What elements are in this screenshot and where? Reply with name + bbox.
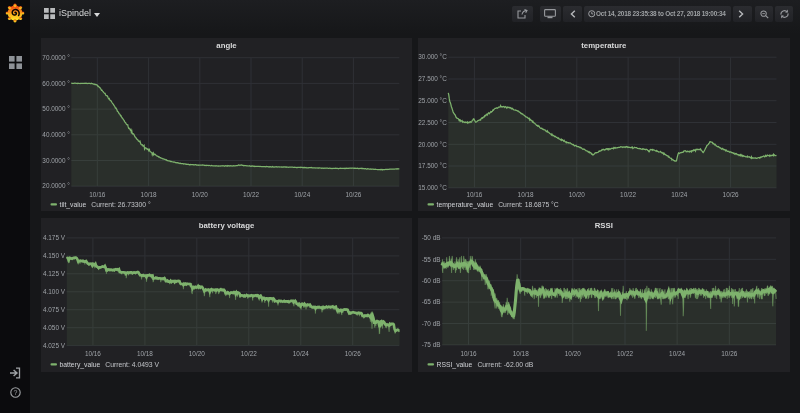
svg-text:-60 dB: -60 dB — [422, 277, 441, 284]
svg-text:10/26: 10/26 — [723, 191, 739, 198]
svg-text:4.075 V: 4.075 V — [43, 306, 66, 313]
svg-text:10/18: 10/18 — [137, 350, 153, 357]
svg-text:battery_valueCurrent: 4.0493 V: battery_valueCurrent: 4.0493 V — [60, 361, 160, 369]
svg-text:4.025 V: 4.025 V — [43, 342, 66, 349]
svg-text:-75 dB: -75 dB — [422, 341, 441, 348]
svg-text:50.0000 °: 50.0000 ° — [42, 105, 70, 112]
svg-text:10/16: 10/16 — [466, 191, 482, 198]
svg-text:battery voltage: battery voltage — [199, 221, 255, 230]
svg-text:-50 dB: -50 dB — [422, 234, 441, 241]
svg-text:10/22: 10/22 — [620, 191, 636, 198]
svg-text:10/16: 10/16 — [85, 350, 101, 357]
svg-text:4.125 V: 4.125 V — [43, 270, 66, 277]
svg-text:20.0000 °: 20.0000 ° — [42, 182, 70, 189]
svg-text:10/20: 10/20 — [192, 191, 208, 198]
svg-text:RSSI_valueCurrent: -62.00 dB: RSSI_valueCurrent: -62.00 dB — [437, 361, 534, 369]
svg-text:10/26: 10/26 — [721, 350, 737, 357]
svg-text:tilt_valueCurrent: 26.73300 °: tilt_valueCurrent: 26.73300 ° — [60, 201, 152, 209]
svg-text:angle: angle — [216, 41, 237, 50]
svg-text:10/24: 10/24 — [293, 350, 309, 357]
svg-text:60.0000 °: 60.0000 ° — [42, 80, 70, 87]
svg-text:-65 dB: -65 dB — [422, 298, 441, 305]
svg-text:-70 dB: -70 dB — [422, 320, 441, 327]
svg-text:10/16: 10/16 — [461, 350, 477, 357]
svg-text:27.500 °C: 27.500 °C — [418, 75, 447, 82]
svg-text:30.000 °C: 30.000 °C — [418, 53, 447, 60]
svg-text:4.050 V: 4.050 V — [43, 324, 66, 331]
svg-text:25.000 °C: 25.000 °C — [418, 97, 447, 104]
svg-text:10/26: 10/26 — [345, 191, 361, 198]
svg-text:10/26: 10/26 — [345, 350, 361, 357]
svg-text:10/20: 10/20 — [569, 191, 585, 198]
svg-text:10/20: 10/20 — [565, 350, 581, 357]
svg-text:10/18: 10/18 — [141, 191, 157, 198]
svg-text:10/18: 10/18 — [513, 350, 529, 357]
svg-text:10/22: 10/22 — [243, 191, 259, 198]
svg-text:10/24: 10/24 — [671, 191, 687, 198]
svg-text:-55 dB: -55 dB — [422, 256, 441, 263]
svg-text:10/18: 10/18 — [518, 191, 534, 198]
svg-text:70.0000 °: 70.0000 ° — [42, 54, 70, 61]
svg-text:4.150 V: 4.150 V — [43, 252, 66, 259]
svg-text:30.0000 °: 30.0000 ° — [42, 157, 70, 164]
svg-text:10/24: 10/24 — [294, 191, 310, 198]
svg-text:10/22: 10/22 — [617, 350, 633, 357]
svg-text:10/24: 10/24 — [669, 350, 685, 357]
svg-text:4.100 V: 4.100 V — [43, 288, 66, 295]
svg-text:temperature_valueCurrent: 18.6: temperature_valueCurrent: 18.6875 °C — [437, 201, 559, 209]
svg-text:4.175 V: 4.175 V — [43, 234, 66, 241]
svg-text:15.000 °C: 15.000 °C — [418, 184, 447, 191]
svg-text:20.000 °C: 20.000 °C — [418, 141, 447, 148]
svg-text:40.0000 °: 40.0000 ° — [42, 131, 70, 138]
svg-text:temperature: temperature — [581, 41, 627, 50]
svg-text:22.500 °C: 22.500 °C — [418, 119, 447, 126]
svg-text:17.500 °C: 17.500 °C — [418, 162, 447, 169]
svg-text:10/20: 10/20 — [189, 350, 205, 357]
svg-text:RSSI: RSSI — [595, 221, 613, 230]
svg-text:10/16: 10/16 — [89, 191, 105, 198]
svg-text:10/22: 10/22 — [241, 350, 257, 357]
